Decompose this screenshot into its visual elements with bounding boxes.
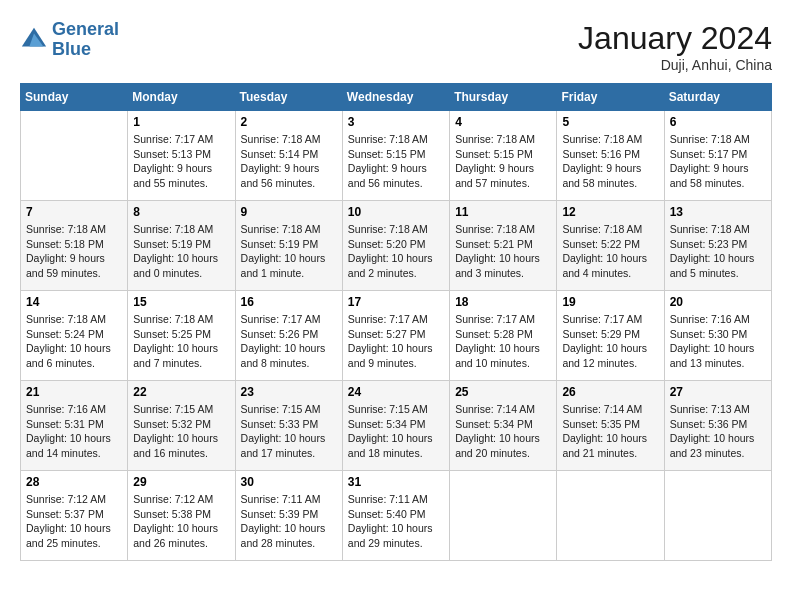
day-number: 22 <box>133 385 229 399</box>
day-number: 17 <box>348 295 444 309</box>
week-row-5: 28Sunrise: 7:12 AMSunset: 5:37 PMDayligh… <box>21 471 772 561</box>
month-title: January 2024 <box>578 20 772 57</box>
day-number: 7 <box>26 205 122 219</box>
day-cell: 21Sunrise: 7:16 AMSunset: 5:31 PMDayligh… <box>21 381 128 471</box>
day-cell: 22Sunrise: 7:15 AMSunset: 5:32 PMDayligh… <box>128 381 235 471</box>
page-header: General Blue January 2024 Duji, Anhui, C… <box>20 20 772 73</box>
day-cell <box>557 471 664 561</box>
day-number: 11 <box>455 205 551 219</box>
day-info: Sunrise: 7:16 AMSunset: 5:31 PMDaylight:… <box>26 402 122 461</box>
day-info: Sunrise: 7:17 AMSunset: 5:29 PMDaylight:… <box>562 312 658 371</box>
day-info: Sunrise: 7:12 AMSunset: 5:38 PMDaylight:… <box>133 492 229 551</box>
day-info: Sunrise: 7:14 AMSunset: 5:34 PMDaylight:… <box>455 402 551 461</box>
day-info: Sunrise: 7:15 AMSunset: 5:32 PMDaylight:… <box>133 402 229 461</box>
day-cell: 8Sunrise: 7:18 AMSunset: 5:19 PMDaylight… <box>128 201 235 291</box>
day-cell: 29Sunrise: 7:12 AMSunset: 5:38 PMDayligh… <box>128 471 235 561</box>
logo-line1: General <box>52 19 119 39</box>
day-number: 8 <box>133 205 229 219</box>
day-info: Sunrise: 7:17 AMSunset: 5:28 PMDaylight:… <box>455 312 551 371</box>
day-info: Sunrise: 7:15 AMSunset: 5:34 PMDaylight:… <box>348 402 444 461</box>
day-info: Sunrise: 7:18 AMSunset: 5:20 PMDaylight:… <box>348 222 444 281</box>
week-row-4: 21Sunrise: 7:16 AMSunset: 5:31 PMDayligh… <box>21 381 772 471</box>
day-cell: 30Sunrise: 7:11 AMSunset: 5:39 PMDayligh… <box>235 471 342 561</box>
day-info: Sunrise: 7:18 AMSunset: 5:23 PMDaylight:… <box>670 222 766 281</box>
day-number: 13 <box>670 205 766 219</box>
header-day-friday: Friday <box>557 84 664 111</box>
day-cell: 20Sunrise: 7:16 AMSunset: 5:30 PMDayligh… <box>664 291 771 381</box>
day-number: 6 <box>670 115 766 129</box>
day-number: 30 <box>241 475 337 489</box>
day-info: Sunrise: 7:18 AMSunset: 5:24 PMDaylight:… <box>26 312 122 371</box>
header-day-tuesday: Tuesday <box>235 84 342 111</box>
week-row-3: 14Sunrise: 7:18 AMSunset: 5:24 PMDayligh… <box>21 291 772 381</box>
day-cell: 16Sunrise: 7:17 AMSunset: 5:26 PMDayligh… <box>235 291 342 381</box>
day-cell: 27Sunrise: 7:13 AMSunset: 5:36 PMDayligh… <box>664 381 771 471</box>
day-cell: 7Sunrise: 7:18 AMSunset: 5:18 PMDaylight… <box>21 201 128 291</box>
day-info: Sunrise: 7:17 AMSunset: 5:13 PMDaylight:… <box>133 132 229 191</box>
day-info: Sunrise: 7:17 AMSunset: 5:27 PMDaylight:… <box>348 312 444 371</box>
day-info: Sunrise: 7:15 AMSunset: 5:33 PMDaylight:… <box>241 402 337 461</box>
day-number: 15 <box>133 295 229 309</box>
day-cell: 18Sunrise: 7:17 AMSunset: 5:28 PMDayligh… <box>450 291 557 381</box>
day-cell: 28Sunrise: 7:12 AMSunset: 5:37 PMDayligh… <box>21 471 128 561</box>
day-cell: 11Sunrise: 7:18 AMSunset: 5:21 PMDayligh… <box>450 201 557 291</box>
day-number: 29 <box>133 475 229 489</box>
day-number: 5 <box>562 115 658 129</box>
day-cell: 9Sunrise: 7:18 AMSunset: 5:19 PMDaylight… <box>235 201 342 291</box>
day-number: 9 <box>241 205 337 219</box>
day-info: Sunrise: 7:18 AMSunset: 5:22 PMDaylight:… <box>562 222 658 281</box>
day-cell: 2Sunrise: 7:18 AMSunset: 5:14 PMDaylight… <box>235 111 342 201</box>
day-info: Sunrise: 7:18 AMSunset: 5:19 PMDaylight:… <box>241 222 337 281</box>
day-cell: 6Sunrise: 7:18 AMSunset: 5:17 PMDaylight… <box>664 111 771 201</box>
day-cell <box>664 471 771 561</box>
day-cell: 31Sunrise: 7:11 AMSunset: 5:40 PMDayligh… <box>342 471 449 561</box>
day-cell: 25Sunrise: 7:14 AMSunset: 5:34 PMDayligh… <box>450 381 557 471</box>
day-cell: 4Sunrise: 7:18 AMSunset: 5:15 PMDaylight… <box>450 111 557 201</box>
day-number: 2 <box>241 115 337 129</box>
day-number: 12 <box>562 205 658 219</box>
day-cell: 12Sunrise: 7:18 AMSunset: 5:22 PMDayligh… <box>557 201 664 291</box>
logo-line2: Blue <box>52 39 91 59</box>
day-info: Sunrise: 7:18 AMSunset: 5:15 PMDaylight:… <box>455 132 551 191</box>
day-number: 3 <box>348 115 444 129</box>
day-number: 10 <box>348 205 444 219</box>
day-info: Sunrise: 7:18 AMSunset: 5:15 PMDaylight:… <box>348 132 444 191</box>
day-cell: 5Sunrise: 7:18 AMSunset: 5:16 PMDaylight… <box>557 111 664 201</box>
day-number: 14 <box>26 295 122 309</box>
day-cell: 15Sunrise: 7:18 AMSunset: 5:25 PMDayligh… <box>128 291 235 381</box>
calendar-table: SundayMondayTuesdayWednesdayThursdayFrid… <box>20 83 772 561</box>
day-number: 1 <box>133 115 229 129</box>
day-cell: 24Sunrise: 7:15 AMSunset: 5:34 PMDayligh… <box>342 381 449 471</box>
day-cell: 14Sunrise: 7:18 AMSunset: 5:24 PMDayligh… <box>21 291 128 381</box>
day-info: Sunrise: 7:18 AMSunset: 5:16 PMDaylight:… <box>562 132 658 191</box>
day-number: 23 <box>241 385 337 399</box>
header-day-saturday: Saturday <box>664 84 771 111</box>
day-number: 25 <box>455 385 551 399</box>
day-cell: 23Sunrise: 7:15 AMSunset: 5:33 PMDayligh… <box>235 381 342 471</box>
day-info: Sunrise: 7:13 AMSunset: 5:36 PMDaylight:… <box>670 402 766 461</box>
day-info: Sunrise: 7:18 AMSunset: 5:21 PMDaylight:… <box>455 222 551 281</box>
day-cell: 13Sunrise: 7:18 AMSunset: 5:23 PMDayligh… <box>664 201 771 291</box>
day-info: Sunrise: 7:12 AMSunset: 5:37 PMDaylight:… <box>26 492 122 551</box>
logo-icon <box>20 26 48 54</box>
location-subtitle: Duji, Anhui, China <box>578 57 772 73</box>
header-row: SundayMondayTuesdayWednesdayThursdayFrid… <box>21 84 772 111</box>
day-cell <box>21 111 128 201</box>
day-number: 18 <box>455 295 551 309</box>
day-cell: 19Sunrise: 7:17 AMSunset: 5:29 PMDayligh… <box>557 291 664 381</box>
day-info: Sunrise: 7:18 AMSunset: 5:18 PMDaylight:… <box>26 222 122 281</box>
day-number: 19 <box>562 295 658 309</box>
day-cell: 1Sunrise: 7:17 AMSunset: 5:13 PMDaylight… <box>128 111 235 201</box>
header-day-thursday: Thursday <box>450 84 557 111</box>
day-info: Sunrise: 7:18 AMSunset: 5:17 PMDaylight:… <box>670 132 766 191</box>
day-cell: 17Sunrise: 7:17 AMSunset: 5:27 PMDayligh… <box>342 291 449 381</box>
logo: General Blue <box>20 20 119 60</box>
day-info: Sunrise: 7:18 AMSunset: 5:14 PMDaylight:… <box>241 132 337 191</box>
day-info: Sunrise: 7:17 AMSunset: 5:26 PMDaylight:… <box>241 312 337 371</box>
header-day-monday: Monday <box>128 84 235 111</box>
day-info: Sunrise: 7:16 AMSunset: 5:30 PMDaylight:… <box>670 312 766 371</box>
logo-text: General Blue <box>52 20 119 60</box>
day-info: Sunrise: 7:18 AMSunset: 5:19 PMDaylight:… <box>133 222 229 281</box>
day-cell <box>450 471 557 561</box>
day-number: 24 <box>348 385 444 399</box>
